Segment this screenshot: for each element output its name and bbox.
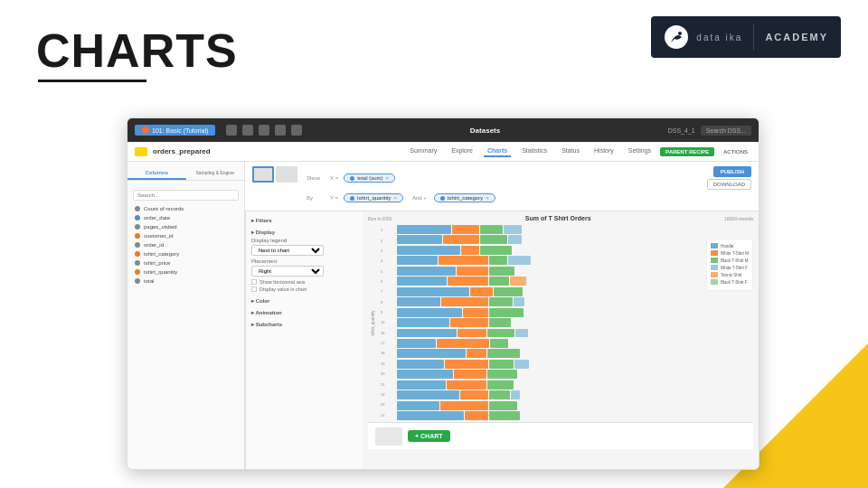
topbar-icon-3[interactable]: [259, 125, 269, 136]
y-tick: 16: [381, 331, 393, 335]
table-row: [397, 318, 753, 327]
second-toolbar: orders_prepared Summary Explore Charts S…: [127, 142, 759, 162]
hash-icon: [135, 224, 140, 230]
hash-icon: [135, 260, 140, 266]
bar-segment: [489, 360, 514, 369]
dss-id: DSS_4_1: [668, 127, 695, 134]
table-row: [397, 287, 753, 296]
show-label: Show: [307, 175, 325, 181]
table-row: [397, 329, 753, 338]
bar-segment: [480, 235, 507, 244]
sidebar-tab-columns[interactable]: Columns: [127, 167, 186, 180]
bottom-bar: + CHART: [368, 422, 753, 449]
legend-label: White T-Shirt F: [721, 266, 748, 270]
legend-color: [711, 265, 718, 270]
tab-summary[interactable]: Summary: [406, 145, 440, 157]
sidebar-search-input[interactable]: [133, 190, 239, 201]
bar-segment: [445, 360, 488, 369]
table-row: [397, 380, 753, 389]
list-item: order_id: [127, 240, 244, 249]
bar-segment: [448, 277, 488, 286]
table-row: [397, 267, 753, 276]
chart-type-bar-selected[interactable]: [252, 166, 274, 183]
legend-color: [711, 258, 718, 263]
bar-segment: [515, 329, 528, 338]
str-icon: [135, 233, 140, 239]
publish-button[interactable]: PUBLISH: [713, 166, 751, 177]
pill-close[interactable]: ×: [386, 175, 390, 181]
y-tick: 8: [381, 300, 393, 305]
and-value-pill[interactable]: tshirt_category ×: [434, 193, 495, 202]
tab-charts[interactable]: Charts: [484, 145, 511, 157]
svg-point-1: [678, 32, 682, 35]
bar-segment: [467, 349, 486, 358]
checkbox-value[interactable]: [251, 286, 257, 292]
bar-segment: [397, 297, 440, 306]
checkbox-horizontal[interactable]: [251, 279, 257, 285]
y-tick: 6: [381, 279, 393, 284]
bar-segment: [487, 329, 514, 338]
display-legend-select[interactable]: Next to chart: [251, 245, 324, 256]
display-value-checkbox[interactable]: Display value in chart: [251, 286, 357, 292]
bar-segment: [465, 411, 488, 420]
pill-dot-y: [350, 196, 354, 201]
hash-icon: [135, 278, 140, 284]
logo-divider: [753, 23, 754, 51]
placement-select[interactable]: Right: [251, 266, 324, 277]
topbar-icon-2[interactable]: [242, 125, 253, 136]
display-title[interactable]: ▸ Display: [251, 229, 357, 235]
topbar-icon-5[interactable]: [291, 125, 302, 136]
bar-segment: [510, 277, 526, 286]
tab-explore[interactable]: Explore: [448, 145, 476, 157]
filters-title[interactable]: ▸ Filters: [251, 217, 357, 223]
download-button[interactable]: DOWNLOAD: [707, 179, 751, 190]
app-tab[interactable]: 101: Basic (Tutorial): [135, 125, 215, 136]
parent-recipe-button[interactable]: PARENT RECIPE: [660, 147, 714, 156]
subcharts-title[interactable]: ▸ Subcharts: [251, 321, 357, 327]
topbar-icon-4[interactable]: [275, 125, 286, 136]
y-tick: 20: [381, 371, 393, 376]
y-tick: 17: [381, 341, 393, 345]
bar-segment: [441, 297, 488, 306]
chart-display-area: Run In DSS Sum of T Shirt Orders 10000 r…: [363, 211, 759, 469]
bar-segment: [397, 360, 444, 369]
bars-container: [397, 223, 753, 422]
tab-history[interactable]: History: [590, 145, 618, 157]
bar-segment: [480, 225, 503, 234]
bar-segment: [397, 277, 447, 286]
chart-type-previews: [252, 166, 297, 183]
chart-config: Show X = total (sum) × PUBLISH DOWNLOAD: [245, 162, 759, 211]
show-horizontal-axis-checkbox[interactable]: Show horizontal axis: [251, 279, 357, 285]
chart-thumbnail[interactable]: [375, 427, 402, 446]
add-chart-button[interactable]: + CHART: [408, 430, 450, 442]
chart-type-line[interactable]: [276, 166, 297, 183]
str-icon: [135, 269, 140, 275]
by-label: By: [307, 195, 325, 201]
datasets-label: Datasets: [470, 127, 500, 135]
legend-label: Hoodie: [721, 244, 733, 249]
y-tick: 12: [381, 392, 393, 397]
topbar-icon-1[interactable]: [226, 125, 237, 136]
x-value-pill[interactable]: total (sum) ×: [344, 174, 395, 183]
bar-segment: [397, 235, 442, 244]
tab-settings[interactable]: Settings: [625, 145, 655, 157]
dss-search-box[interactable]: Search DSS...: [701, 126, 751, 136]
academy-label: ACADEMY: [765, 32, 828, 42]
animation-title[interactable]: ▸ Animation: [251, 309, 357, 315]
pill-close-y[interactable]: ×: [393, 195, 397, 201]
bar-segment: [440, 401, 488, 410]
y-tick: 18: [381, 351, 393, 355]
bar-segment: [508, 235, 522, 244]
main-content: Columns Sampling & Engine Count of recor…: [127, 162, 759, 469]
color-title[interactable]: ▸ Color: [251, 297, 357, 304]
bar-segment: [452, 225, 479, 234]
actions-button[interactable]: ACTIONS: [720, 147, 751, 156]
bar-segment: [397, 308, 462, 317]
sidebar-tab-sampling[interactable]: Sampling & Engine: [186, 167, 245, 180]
bar-segment: [489, 277, 509, 286]
y-value-pill[interactable]: tshirt_quantity ×: [344, 193, 403, 202]
tab-statistics[interactable]: Statistics: [518, 145, 551, 157]
pill-close-and[interactable]: ×: [486, 195, 489, 201]
tab-status[interactable]: Status: [558, 145, 583, 157]
y-axis-label: tshirt_quantity: [371, 310, 375, 335]
